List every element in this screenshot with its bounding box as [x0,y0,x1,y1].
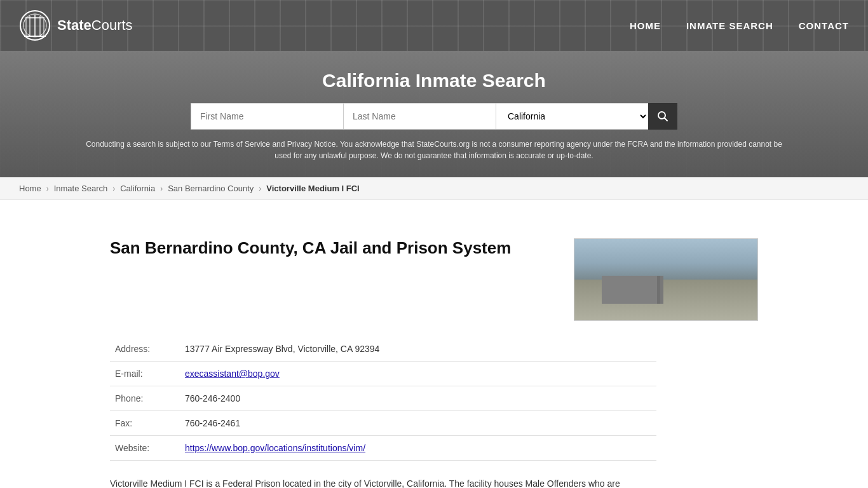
content-area: San Bernardino County, CA Jail and Priso… [85,219,783,488]
first-name-input[interactable] [191,103,343,130]
fax-value: 760-246-2461 [180,411,656,436]
address-value: 13777 Air Expressway Blvd, Victorville, … [180,337,656,362]
phone-label: Phone: [110,386,180,411]
table-row: Website: https://www.bop.gov/locations/i… [110,436,656,461]
breadcrumb-sep-3: › [160,184,163,193]
nav-home[interactable]: HOME [630,20,661,31]
description-text-before-pop: Victorville Medium I FCI is a Federal Pr… [110,478,620,488]
facility-header: San Bernardino County, CA Jail and Priso… [110,238,758,321]
logo-icon [19,10,51,41]
breadcrumb-sep-4: › [259,184,261,193]
breadcrumb-sep-2: › [112,184,115,193]
logo-area[interactable]: StateCourts [19,10,133,41]
privacy-link[interactable]: Privacy Notice [287,140,336,149]
site-header: StateCourts HOME INMATE SEARCH CONTACT [0,0,868,51]
facility-image-inner [574,239,757,320]
email-label: E-mail: [110,362,180,386]
breadcrumb-county[interactable]: San Bernardino County [168,184,254,193]
disclaimer-text: Conducting a search is subject to our Te… [85,139,783,161]
breadcrumb-current: Victorville Medium I FCI [266,184,359,193]
email-link[interactable]: execassistant@bop.gov [185,369,280,379]
facility-title: San Bernardino County, CA Jail and Priso… [110,238,511,258]
breadcrumb-inmate-search[interactable]: Inmate Search [54,184,108,193]
email-value: execassistant@bop.gov [180,362,656,386]
address-label: Address: [110,337,180,362]
website-value: https://www.bop.gov/locations/institutio… [180,436,656,461]
logo-text: StateCourts [57,17,133,34]
table-row: Phone: 760-246-2400 [110,386,656,411]
state-select[interactable]: Select State Alabama Alaska Arizona Arka… [496,103,648,130]
breadcrumb-home[interactable]: Home [19,184,41,193]
terms-link[interactable]: Terms of Service [214,140,270,149]
search-icon [657,111,668,122]
breadcrumb-state[interactable]: California [120,184,155,193]
main-nav: HOME INMATE SEARCH CONTACT [630,20,849,31]
nav-inmate-search[interactable]: INMATE SEARCH [686,20,773,31]
breadcrumb-sep-1: › [46,184,49,193]
page-title: California Inmate Search [13,70,855,92]
table-row: Address: 13777 Air Expressway Blvd, Vict… [110,337,656,362]
hero-section: California Inmate Search Select State Al… [0,51,868,177]
website-label: Website: [110,436,180,461]
last-name-input[interactable] [343,103,496,130]
svg-line-10 [665,118,668,121]
breadcrumb: Home › Inmate Search › California › San … [0,177,868,200]
nav-contact[interactable]: CONTACT [799,20,849,31]
search-form: Select State Alabama Alaska Arizona Arka… [180,103,688,130]
facility-description-1: Victorville Medium I FCI is a Federal Pr… [110,477,656,488]
website-link[interactable]: https://www.bop.gov/locations/institutio… [185,443,365,453]
search-button[interactable] [648,103,677,130]
phone-value: 760-246-2400 [180,386,656,411]
table-row: E-mail: execassistant@bop.gov [110,362,656,386]
facility-info-table: Address: 13777 Air Expressway Blvd, Vict… [110,337,656,461]
main-container: San Bernardino County, CA Jail and Priso… [53,200,815,488]
fax-label: Fax: [110,411,180,436]
table-row: Fax: 760-246-2461 [110,411,656,436]
facility-image [574,238,758,321]
